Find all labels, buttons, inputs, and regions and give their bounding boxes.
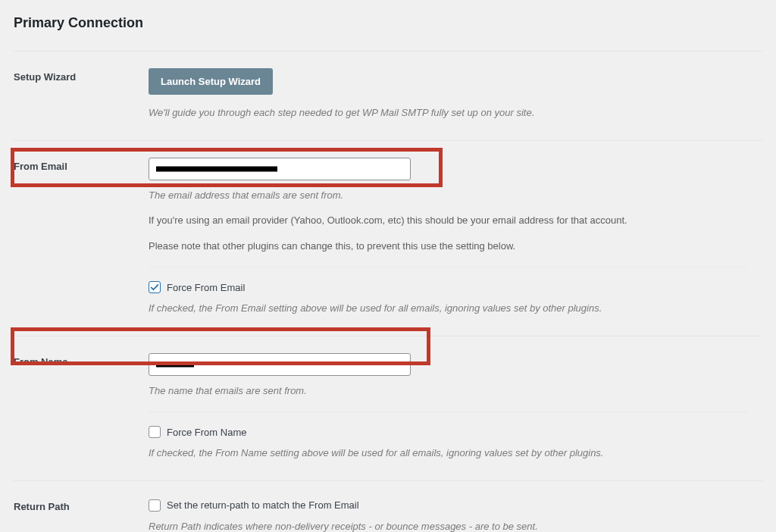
page-title: Primary Connection — [14, 15, 762, 31]
force-from-name-checkbox[interactable] — [149, 426, 161, 438]
check-icon — [149, 282, 160, 293]
from-name-label: From Name — [14, 353, 149, 461]
divider — [149, 412, 747, 412]
return-path-section: Return Path Set the return-path to match… — [14, 481, 762, 533]
redacted-overlay — [156, 166, 277, 171]
return-path-checkbox-label: Set the return-path to match the From Em… — [167, 499, 359, 511]
return-path-label: Return Path — [14, 498, 149, 533]
from-name-helper-1: The name that emails are sent from. — [149, 383, 762, 399]
redacted-overlay — [156, 361, 194, 367]
force-from-email-helper: If checked, the From Email setting above… — [149, 301, 762, 316]
from-email-helper-1: The email address that emails are sent f… — [149, 188, 762, 203]
force-from-email-label: Force From Email — [167, 282, 245, 293]
return-path-checkbox[interactable] — [149, 499, 161, 512]
settings-page: Primary Connection Setup Wizard Launch S… — [14, 15, 762, 532]
divider — [149, 267, 747, 268]
setup-wizard-label: Setup Wizard — [14, 68, 149, 120]
from-email-label: From Email — [14, 158, 149, 316]
return-path-helper-1: Return Path indicates where non-delivery… — [149, 519, 762, 533]
from-name-section: From Name The name that emails are sent … — [14, 336, 762, 480]
from-email-helper-2: If you're using an email provider (Yahoo… — [149, 213, 762, 228]
setup-wizard-helper: We'll guide you through each step needed… — [149, 105, 762, 120]
from-email-section: From Email The email address that emails… — [14, 141, 762, 336]
setup-wizard-section: Setup Wizard Launch Setup Wizard We'll g… — [14, 52, 762, 140]
launch-setup-wizard-button[interactable]: Launch Setup Wizard — [149, 68, 273, 95]
force-from-name-helper: If checked, the From Name setting above … — [149, 446, 762, 461]
force-from-name-label: Force From Name — [167, 427, 246, 438]
from-email-helper-3: Please note that other plugins can chang… — [149, 239, 762, 254]
force-from-email-checkbox[interactable] — [149, 281, 161, 293]
